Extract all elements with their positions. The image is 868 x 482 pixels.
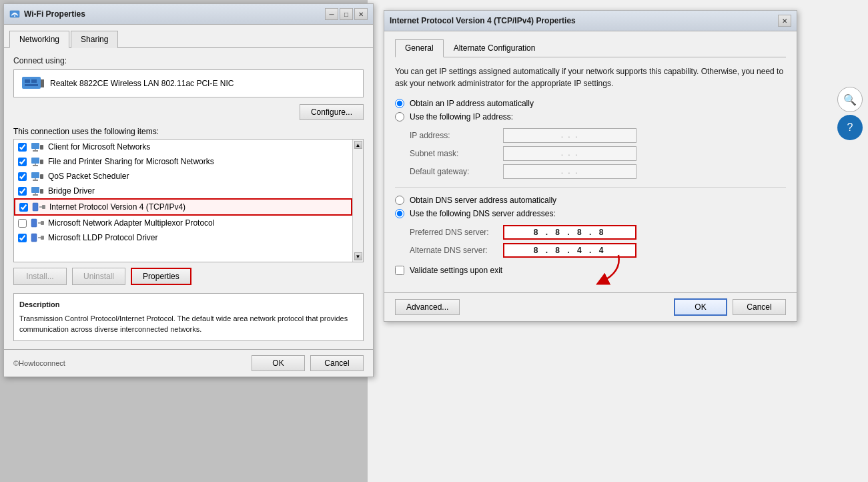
preferred-dns-label: Preferred DNS server: — [410, 228, 496, 237]
use-following-ip-label: Use the following IP address: — [410, 112, 513, 122]
tcp-ok-button[interactable]: OK — [674, 298, 727, 316]
dns-radio-group: Obtain DNS server address automatically … — [395, 196, 786, 218]
install-button[interactable]: Install... — [13, 268, 67, 285]
question-mark-icon: ? — [847, 122, 853, 134]
search-icon: 🔍 — [843, 93, 857, 106]
use-following-dns-row: Use the following DNS server addresses: — [395, 209, 786, 218]
wifi-minimize-button[interactable]: ─ — [325, 8, 338, 20]
wifi-ok-button[interactable]: OK — [252, 355, 305, 371]
validate-checkbox[interactable] — [395, 266, 404, 275]
tcp-description: You can get IP settings assigned automat… — [395, 65, 786, 89]
network-icon-3 — [31, 171, 44, 182]
tcp-properties-window: Internet Protocol Version 4 (TCP/IPv4) P… — [384, 10, 797, 322]
list-item[interactable]: Bridge Driver — [14, 184, 352, 198]
network-icon-1 — [31, 142, 44, 152]
svg-rect-15 — [31, 172, 39, 178]
wifi-footer: ©Howtoconnect OK Cancel — [4, 349, 373, 377]
item-checkbox-3[interactable] — [18, 172, 27, 181]
svg-rect-12 — [40, 160, 43, 164]
tcp-title-area: Internet Protocol Version 4 (TCP/IPv4) P… — [390, 16, 576, 25]
configure-button[interactable]: Configure... — [300, 104, 364, 120]
default-gateway-input[interactable]: . . . — [503, 164, 636, 179]
obtain-dns-auto-label: Obtain DNS server address automatically — [410, 196, 556, 205]
svg-rect-14 — [33, 165, 38, 166]
red-arrow — [588, 252, 628, 288]
copyright-text: ©Howtoconnect — [13, 359, 65, 367]
validate-label: Validate settings upon exit — [410, 266, 502, 275]
preferred-dns-row: Preferred DNS server: 8 . 8 . 8 . 8 — [410, 225, 786, 240]
svg-rect-8 — [40, 145, 43, 150]
tcp-tab-general[interactable]: General — [395, 39, 444, 57]
ip-address-row: IP address: . . . — [410, 128, 786, 143]
protocol-icon-7 — [31, 232, 44, 243]
description-text: Transmission Control Protocol/Internet P… — [19, 313, 358, 335]
tcp-cancel-button[interactable]: Cancel — [733, 299, 786, 315]
item-text-7: Microsoft LLDP Protocol Driver — [48, 233, 158, 242]
svg-point-1 — [14, 15, 15, 17]
tcp-titlebar: Internet Protocol Version 4 (TCP/IPv4) P… — [384, 11, 797, 31]
use-following-dns-label: Use the following DNS server addresses: — [410, 209, 556, 218]
default-gateway-label: Default gateway: — [410, 167, 496, 176]
list-item[interactable]: Microsoft LLDP Protocol Driver — [14, 230, 352, 245]
item-checkbox-4[interactable] — [18, 187, 27, 196]
wifi-properties-window: Wi-Fi Properties ─ □ ✕ Networking Sharin… — [3, 3, 374, 377]
advanced-button[interactable]: Advanced... — [395, 299, 460, 315]
wifi-window-title: Wi-Fi Properties — [24, 9, 85, 19]
wifi-window-icon — [9, 9, 20, 19]
subnet-mask-input[interactable]: . . . — [503, 146, 636, 161]
svg-rect-19 — [31, 187, 39, 193]
default-gateway-row: Default gateway: . . . — [410, 164, 786, 179]
tab-sharing[interactable]: Sharing — [71, 31, 118, 48]
svg-rect-10 — [33, 150, 38, 152]
svg-rect-20 — [40, 189, 43, 194]
list-item[interactable]: QoS Packet Scheduler — [14, 169, 352, 184]
list-item[interactable]: Client for Microsoft Networks — [14, 140, 352, 154]
adapter-name: Realtek 8822CE Wireless LAN 802.11ac PCI… — [50, 79, 234, 88]
help-icon-button[interactable]: ? — [837, 115, 863, 140]
protocol-icon-6 — [31, 218, 44, 228]
wifi-cancel-button[interactable]: Cancel — [310, 355, 364, 371]
svg-rect-23 — [33, 203, 38, 211]
uninstall-button[interactable]: Uninstall — [72, 268, 125, 285]
items-list: Client for Microsoft Networks File and P… — [13, 139, 364, 262]
network-icon-2 — [31, 156, 44, 167]
item-checkbox-1[interactable] — [18, 143, 27, 152]
tcp-tab-bar: General Alternate Configuration — [395, 39, 786, 57]
wifi-maximize-button[interactable]: □ — [340, 8, 353, 20]
tab-networking[interactable]: Networking — [9, 31, 69, 48]
svg-rect-18 — [33, 180, 38, 181]
properties-button[interactable]: Properties — [131, 268, 191, 285]
item-text-5: Internet Protocol Version 4 (TCP/IPv4) — [49, 202, 185, 212]
wifi-title-area: Wi-Fi Properties — [9, 9, 85, 19]
obtain-ip-auto-radio[interactable] — [395, 99, 404, 108]
use-following-ip-radio[interactable] — [395, 112, 404, 122]
protocol-icon-5 — [32, 202, 45, 212]
tcp-tab-alternate[interactable]: Alternate Configuration — [444, 39, 546, 57]
preferred-dns-input[interactable]: 8 . 8 . 8 . 8 — [503, 225, 636, 240]
connect-using-label: Connect using: — [13, 56, 364, 65]
use-following-dns-radio[interactable] — [395, 209, 404, 218]
item-checkbox-5[interactable] — [19, 203, 28, 212]
svg-rect-29 — [31, 234, 37, 242]
search-icon-button[interactable]: 🔍 — [837, 87, 863, 112]
obtain-dns-auto-row: Obtain DNS server address automatically — [395, 196, 786, 205]
item-text-4: Bridge Driver — [48, 186, 95, 196]
tcp-close-button[interactable]: ✕ — [778, 15, 791, 27]
list-item-ipv4[interactable]: Internet Protocol Version 4 (TCP/IPv4) — [14, 198, 352, 216]
right-icons-panel: 🔍 ? — [837, 87, 863, 140]
item-checkbox-6[interactable] — [18, 219, 27, 228]
svg-rect-3 — [41, 79, 44, 87]
svg-rect-7 — [31, 143, 39, 149]
item-checkbox-2[interactable] — [18, 158, 27, 166]
list-item[interactable]: File and Printer Sharing for Microsoft N… — [14, 154, 352, 169]
wifi-close-button[interactable]: ✕ — [354, 8, 368, 20]
ip-address-input[interactable]: . . . — [503, 128, 636, 143]
item-checkbox-7[interactable] — [18, 234, 27, 242]
svg-rect-16 — [40, 174, 43, 179]
obtain-dns-auto-radio[interactable] — [395, 196, 404, 205]
tcp-window-controls: ✕ — [778, 15, 791, 27]
wifi-titlebar: Wi-Fi Properties ─ □ ✕ — [4, 4, 373, 25]
tcp-footer: Advanced... OK Cancel — [384, 292, 797, 321]
list-item[interactable]: Microsoft Network Adapter Multiplexor Pr… — [14, 216, 352, 230]
wifi-content: Connect using: Realtek 8822CE Wireless L… — [4, 48, 373, 349]
